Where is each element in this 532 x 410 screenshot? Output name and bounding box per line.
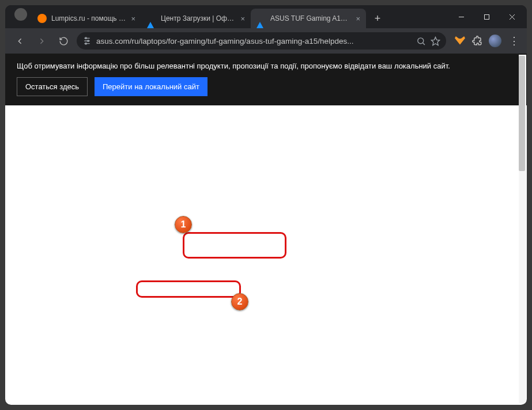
annotation-number-1: 1: [175, 216, 192, 233]
back-button[interactable]: [11, 32, 28, 50]
annotation-box-1: [183, 232, 286, 259]
svg-line-11: [422, 43, 425, 45]
favicon-icon: [256, 14, 266, 23]
svg-marker-12: [431, 37, 439, 45]
profile-switch[interactable]: [14, 8, 27, 21]
stay-here-button[interactable]: Остаться здесь: [17, 77, 88, 96]
browser-tab-download-center[interactable]: Центр Загрузки | Официа ×: [141, 9, 251, 28]
close-icon[interactable]: ×: [240, 14, 245, 23]
new-tab-button[interactable]: +: [369, 10, 386, 26]
favicon-icon: [37, 14, 47, 23]
scrollbar-thumb[interactable]: [519, 56, 525, 171]
menu-icon[interactable]: ⋮: [507, 35, 521, 47]
close-window-button[interactable]: [499, 8, 525, 25]
tab-title: ASUS TUF Gaming A15 | Н: [270, 14, 351, 22]
url-text: asus.com/ru/laptops/for-gaming/tuf-gamin…: [96, 37, 412, 45]
browser-tab-asus-a15[interactable]: ASUS TUF Gaming A15 | Н ×: [251, 9, 366, 28]
minimize-button[interactable]: [448, 8, 474, 25]
page-content: Щоб отримувати інформацію про більш реле…: [5, 54, 527, 405]
forward-button[interactable]: [33, 32, 50, 50]
extensions-icon[interactable]: [471, 35, 483, 47]
tab-title: Lumpics.ru - помощь с ко: [51, 14, 126, 22]
site-settings-icon[interactable]: [82, 36, 92, 45]
reload-button[interactable]: [55, 32, 72, 50]
annotation-number-2: 2: [231, 293, 248, 310]
favicon-icon: [147, 14, 156, 23]
svg-rect-1: [484, 14, 489, 19]
go-local-button[interactable]: Перейти на локальний сайт: [95, 77, 207, 96]
close-icon[interactable]: ×: [356, 14, 360, 23]
bookmark-icon[interactable]: [431, 36, 440, 46]
tab-strip: Lumpics.ru - помощь с ко × Центр Загрузк…: [5, 5, 527, 28]
scrollbar-track[interactable]: [519, 55, 526, 404]
address-bar: asus.com/ru/laptops/for-gaming/tuf-gamin…: [5, 28, 527, 54]
url-field[interactable]: asus.com/ru/laptops/for-gaming/tuf-gamin…: [77, 32, 446, 50]
annotation-box-2: [136, 280, 241, 298]
browser-tab-lumpics[interactable]: Lumpics.ru - помощь с ко ×: [32, 9, 141, 28]
profile-avatar[interactable]: [489, 35, 501, 47]
tab-title: Центр Загрузки | Официа: [161, 14, 236, 22]
metamask-icon[interactable]: [454, 35, 466, 47]
close-icon[interactable]: ×: [131, 14, 135, 23]
banner-message: Щоб отримувати інформацію про більш реле…: [17, 62, 515, 70]
svg-point-10: [418, 37, 424, 43]
maximize-button[interactable]: [474, 8, 499, 25]
locale-banner: Щоб отримувати інформацію про більш реле…: [5, 54, 527, 105]
search-icon[interactable]: [416, 36, 426, 46]
